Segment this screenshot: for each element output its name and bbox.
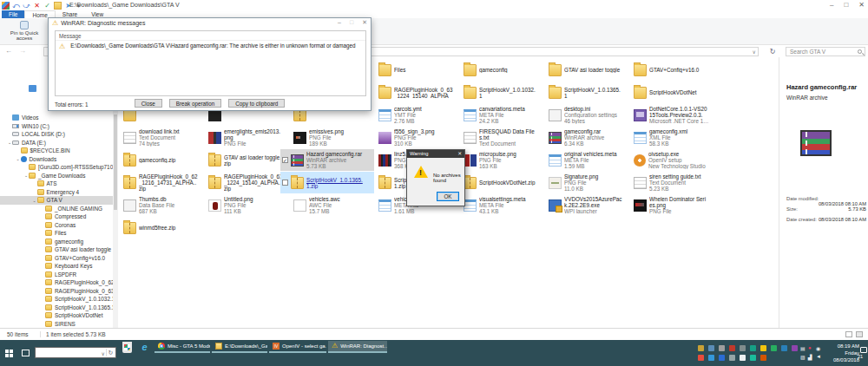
sidebar-item-downloads[interactable]: ⌄Downloads [0,155,113,164]
volume-icon[interactable]: ◄ [816,354,821,359]
taskbar-address-toolbar[interactable]: ∨ ↻ [35,347,116,358]
file-tile[interactable]: canvariations.metaMETA File24.2 KB [462,104,543,126]
maximize-icon[interactable]: □ [844,1,848,9]
tile-checkbox[interactable]: ✓ [282,157,288,163]
sidebar-item--online-gaming[interactable]: _ONLINE GAMING [0,205,113,213]
scrollbar-thumb[interactable] [114,114,117,210]
contacts-icon[interactable]: ◉ [816,345,820,351]
tab-file[interactable]: File [2,10,24,18]
file-tile[interactable]: ScriptHookVDotNet.zip [462,172,543,193]
network-icon[interactable]: ▟ [808,354,812,360]
sidebar-item-ats[interactable]: ATS [0,180,113,188]
file-tile[interactable]: RAGEPluginHook_0_62_1216_14731_ALPHA..zi… [122,172,203,193]
file-tile[interactable]: download link.txtText Document74 bytes [122,127,203,148]
redo-icon[interactable]: ⤻ [23,2,30,10]
minimize-icon[interactable]: – [830,1,833,9]
file-tile[interactable]: winmd5free.zip [122,217,203,239]
diagnostic-message-row[interactable]: ⚠ E:\Downloads\_Game Downloads\GTA V\Haz… [56,41,365,52]
address-chevron-icon[interactable]: ∨ [753,49,756,55]
tray-icon[interactable] [719,355,725,361]
back-icon[interactable]: ← [5,47,12,55]
sidebar-item-files[interactable]: Files [0,229,113,238]
file-tile[interactable]: f556_sign_3.pngPNG File310 KB [377,127,458,148]
sidebar-item-ragepluginhook-0-63-122-[interactable]: RAGEPluginHook_0_63_122… [0,287,113,296]
sidebar-item-coronas[interactable]: Coronas [0,221,113,230]
file-tile[interactable]: gameconfig.zip [122,149,203,171]
file-tile[interactable]: desktop.iniConfiguration settings46 byte… [547,104,628,126]
file-tile[interactable]: oivsetup.exeOpenIV setupNew Technology S… [632,149,713,171]
details-view-icon[interactable] [845,331,852,337]
tile-checkbox[interactable] [282,180,288,186]
thumbnail-view-icon[interactable] [856,331,863,337]
taskbar-button-warn[interactable]: ⚠WinRAR: Diagnost… [328,341,387,353]
tray-icon[interactable] [708,345,714,351]
message-column-header[interactable]: Message [56,31,365,41]
tray-icon[interactable] [792,345,798,351]
file-tile[interactable]: GTAV asi loader toggle.zip [207,149,288,171]
close-button[interactable]: Close [135,99,162,108]
forward-icon[interactable]: → [19,47,26,55]
warning-close-icon[interactable]: ✕ [457,150,462,158]
sidebar-item-gameconfig[interactable]: gameconfig [0,238,113,246]
file-tile[interactable]: ScriptHookV_1.0.1365.1.zip [280,172,374,193]
sidebar-item-gta-v[interactable]: ⌄GTA V [0,196,113,205]
tray-icon[interactable] [740,355,746,361]
file-tile[interactable]: Untitled.pngPNG File111 KB [207,194,288,216]
tray-icon[interactable] [750,355,756,361]
file-tile[interactable]: emerglights_emis2013.pngPNG File [207,127,288,148]
file-tile[interactable]: VVDOVs2015AzurePack.2E2.2E9.exeWPI launc… [547,194,628,216]
tray-icon[interactable] [729,355,735,361]
start-button-icon[interactable] [5,350,13,357]
tray-icon[interactable] [698,355,704,361]
file-tile[interactable]: Signature.pngPNG File11.0 KB [547,172,628,193]
file-tile[interactable]: visualsettings.metaMETA File43.1 KB [462,194,543,216]
tray-icon[interactable] [719,345,725,351]
taskbar-clock[interactable]: 08:19 AM Friday 08/03/2018 [823,343,859,363]
file-tile[interactable]: FIRESQUAD Data Files.txtText Document [462,127,543,148]
file-tile[interactable]: Thumbs.dbData Base File687 KB [122,194,203,216]
combo-chevron-icon[interactable]: ∨ [102,350,105,356]
taskbar-button-chrome[interactable]: Misc - GTA 5 Mods … [155,341,210,353]
sidebar-item-keyboard-keys[interactable]: Keyboard Keys [0,262,113,271]
file-tile[interactable]: vehicles.awcAWC File15.7 MB [292,194,373,216]
battery-icon[interactable]: ▤ [800,345,806,351]
pin-to-quick-access-button[interactable]: Pin to Quick access [2,21,47,43]
app-icon[interactable] [2,2,10,10]
tray-icon[interactable] [760,355,766,361]
file-tile[interactable]: GTAV+Config+v16.0 [632,59,713,81]
chevron-expanded-icon[interactable]: ⌄ [32,198,37,203]
close-icon[interactable]: ✕ [858,1,865,9]
new-folder-icon[interactable] [54,2,62,10]
taskbar-button-openiv[interactable]: IVOpenIV - select ga… [269,341,326,353]
file-tile[interactable]: carcols.ymtYMT File2.76 MB [377,104,458,126]
alert-dot-icon[interactable]: ● [808,345,812,350]
file-tile[interactable]: ScriptHookVDotNet [632,82,713,103]
file-tile[interactable]: GTAV asi loader toggle [547,59,628,81]
winrar-close-icon[interactable]: ✕ [362,19,367,26]
file-tile[interactable]: RAGEPluginHook_0_63_1224_15140_ALPHA..zi… [207,172,288,193]
sidebar-item-win10-c-[interactable]: WIN10 (C:) [0,122,113,131]
check-icon[interactable]: ✓ [43,2,51,10]
sidebar-item-ragepluginhook-0-62-121-[interactable]: RAGEPluginHook_0_62_121… [0,278,113,287]
sidebar-item-compressed[interactable]: Compressed [0,212,113,221]
task-view-icon[interactable] [22,350,30,356]
file-tile[interactable]: Files [377,59,458,81]
pen-icon[interactable]: ▨ [800,354,806,360]
sidebar-item--recycle-bin[interactable]: $RECYCLE.BIN [0,147,113,155]
internet-explorer-icon[interactable]: e [139,342,150,353]
file-tile[interactable]: original vehicles.metaMETA File1.59 MB [547,149,628,171]
sidebar-item-scripthookvdotnet[interactable]: ScriptHookVDotNet [0,311,113,320]
combo-go-icon[interactable]: ↻ [106,349,115,356]
file-tile[interactable]: RAGEPluginHook_0_63_1224_15140_ALPHA [377,82,458,103]
sidebar-item-scripthookv-1-0-1032-1[interactable]: ScriptHookV_1.0.1032.1 [0,295,113,304]
file-tile[interactable]: siren setting guide.txtText Document5.23… [632,172,713,193]
file-tile[interactable]: gameconfig.rarWinRAR archive6.34 KB [547,127,628,148]
sidebar-item-gtav-config-v16-0[interactable]: GTAV+Config+v16.0 [0,254,113,263]
sidebar-item-sirens[interactable]: SIRENS [0,320,113,329]
tray-icon[interactable] [708,355,714,361]
delete-icon[interactable]: ✕ [33,2,41,10]
refresh-icon[interactable]: ↻ [766,47,779,56]
file-tile[interactable]: ScriptHookV_1.0.1365.1 [547,82,628,103]
warning-ok-button[interactable]: OK [437,192,459,201]
file-tile[interactable]: gameconfig [462,59,543,81]
